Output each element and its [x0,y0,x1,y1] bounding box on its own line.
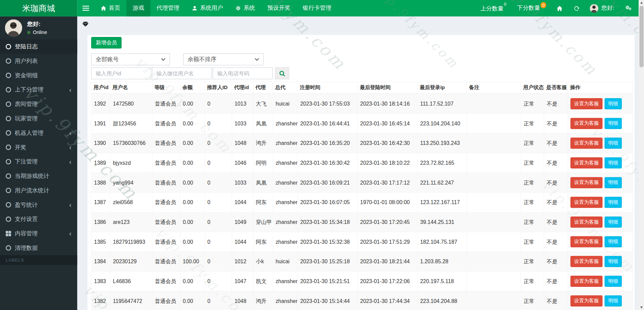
cell-balance: 0.00 [180,271,205,291]
refresh-button[interactable] [568,5,585,11]
set-cs-button[interactable]: 设置为客服 [570,197,602,208]
set-cs-button[interactable]: 设置为客服 [570,177,602,188]
set-cs-button[interactable]: 设置为客服 [570,217,602,228]
detail-button[interactable]: 明细 [605,236,622,247]
vertical-scrollbar[interactable] [639,0,644,310]
set-cs-button[interactable]: 设置为客服 [570,138,602,149]
cell-agent-name: 阿东 [253,192,273,212]
sidebar-item-label: 用户列表 [15,57,38,65]
add-member-button[interactable]: 新增会员 [91,37,121,48]
cell-last-login-time: 2023-01-30 17:44:34 [358,291,417,310]
sidebar-item[interactable]: 支付设置 [0,212,77,227]
sidebar-item[interactable]: 下注管理‹ [0,154,77,169]
balance-sort-select[interactable]: 余额不排序 [183,53,264,65]
home-button[interactable] [551,5,568,11]
sidebar-item-label: 机器人管理 [15,129,44,137]
detail-button[interactable]: 明细 [605,177,622,188]
scroll-up-arrow[interactable] [639,0,644,5]
search-button[interactable] [275,67,289,79]
user-info: 您好: Online [27,21,47,35]
column-header: 最后登录ip [417,82,467,94]
sidebar-item[interactable]: 房间管理 [0,97,77,111]
app-logo[interactable]: 米珈商城 [0,0,77,16]
cell-general-agent: zhanshen [273,291,297,310]
sidebar-item[interactable]: 开奖‹ [0,140,77,155]
sidebar-item[interactable]: 内容管理‹ [0,226,77,241]
cell-is-customer-service: 不是 [544,291,568,310]
chevron-left-icon: ‹ [69,130,72,137]
nav-item[interactable]: 首页 [94,0,126,16]
detail-button[interactable]: 明细 [605,157,622,168]
account-filter-select[interactable]: 全部账号 [91,53,170,65]
detail-button[interactable]: 明细 [605,197,622,208]
sidebar-item[interactable]: 当期游戏统计 [0,169,77,183]
circle-icon [6,145,11,150]
set-cs-button[interactable]: 设置为客服 [570,256,602,267]
scrollbar-thumb[interactable] [639,6,643,67]
scroll-down-arrow[interactable] [639,305,644,310]
cell-username: L46836 [110,271,152,291]
sidebar-item[interactable]: 机器人管理‹ [0,126,77,140]
cell-user-status: 正常 [521,232,544,252]
sidebar-item[interactable]: 清理数据 [0,241,77,255]
sidebar-item[interactable]: 上下分管理‹ [0,83,77,97]
cell-agent-id: 1013 [232,94,253,114]
sidebar-item[interactable]: 玩家管理 [0,111,77,126]
sidebar-item-label: 房间管理 [15,101,38,108]
nav-item[interactable]: 代理管理 [150,0,186,16]
sidebar-item[interactable]: 用户流水统计 [0,183,77,198]
table-row: 138420230129普通会员100.0001012小khuicai2023-… [91,251,633,271]
settings-button[interactable] [619,5,639,12]
nav-item[interactable]: 系统用户 [186,0,229,16]
nav-item[interactable]: 预设开奖 [261,0,296,16]
sidebar-toggle-button[interactable] [77,0,94,16]
sidebar-item[interactable]: 盈亏统计‹ [0,198,77,212]
set-cs-button[interactable]: 设置为客服 [570,98,602,109]
detail-button[interactable]: 明细 [605,98,622,109]
cell-is-customer-service: 不是 [544,153,568,173]
user-menu[interactable]: 您好: [585,4,619,13]
down-score-link[interactable]: 下分数量0 [512,4,551,12]
wechat-name-input[interactable] [152,67,212,79]
set-cs-button[interactable]: 设置为客服 [570,118,602,129]
set-cs-button[interactable]: 设置为客服 [570,296,602,307]
cell-user-id: 1392 [91,94,110,114]
cell-register-time: 2023-01-30 16:09:21 [297,173,357,193]
set-cs-button[interactable]: 设置为客服 [570,236,602,247]
cell-agent-name: 鸿升 [253,133,273,153]
sidebar-item-label: 用户流水统计 [15,187,49,194]
nav-item-label: 银行卡管理 [303,4,332,12]
phone-input[interactable] [213,67,273,79]
cell-is-customer-service: 不是 [544,173,568,193]
sidebar-item[interactable]: 登陆日志 [0,39,77,54]
detail-button[interactable]: 明细 [605,296,622,307]
detail-button[interactable]: 明细 [605,118,622,129]
detail-button[interactable]: 明细 [605,138,622,149]
cell-note [467,212,521,232]
cell-note [467,291,521,310]
up-score-link[interactable]: 上分数量0 [475,4,512,12]
user-id-input[interactable] [91,67,151,79]
cell-note [467,114,521,133]
detail-button[interactable]: 明细 [605,256,622,267]
nav-item[interactable]: 游戏 [126,0,150,16]
nav-item[interactable]: 银行卡管理 [296,0,337,16]
set-cs-button[interactable]: 设置为客服 [570,276,602,287]
sidebar-item[interactable]: 用户列表 [0,54,77,68]
content-box: 新增会员 全部账号 余额不排序 [87,35,635,310]
detail-button[interactable]: 明细 [605,276,622,287]
set-cs-button[interactable]: 设置为客服 [570,157,602,168]
cell-agent-name: 凯文 [253,271,273,291]
cell-agent-id: 1033 [232,173,253,193]
sidebar-item[interactable]: 资金明细 [0,68,77,83]
detail-button[interactable]: 明细 [605,217,622,228]
nav-item[interactable]: 系统 [229,0,261,16]
column-header: 代理 [253,82,273,94]
cell-agent-name: 小k [253,251,273,271]
balance-sort-value: 余额不排序 [188,56,216,63]
cell-agent-id: 1012 [232,251,253,271]
cell-actions: 设置为客服明细 [568,153,633,173]
cell-is-customer-service: 不是 [544,94,568,114]
home-icon [557,5,563,11]
column-header: 是否客服 [544,82,568,94]
